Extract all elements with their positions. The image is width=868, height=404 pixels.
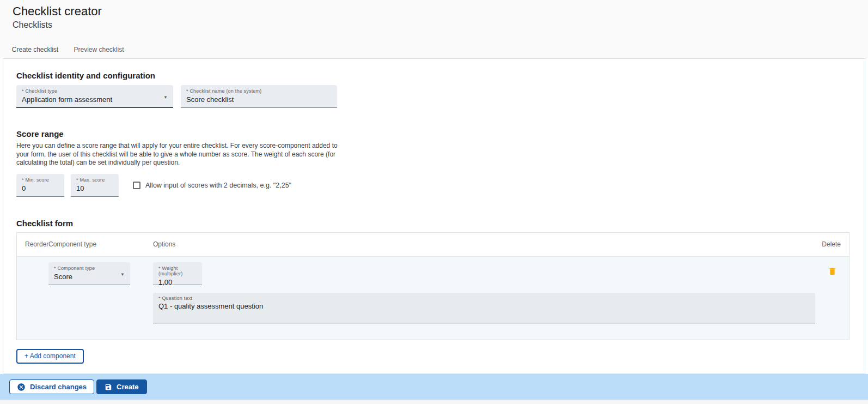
decimals-checkbox-row: Allow input of scores with 2 decimals, e… [133, 182, 291, 189]
page-title: Checklist creator [13, 4, 868, 19]
min-score-label: * Min. score [22, 177, 59, 183]
decimals-checkbox-label: Allow input of scores with 2 decimals, e… [145, 182, 291, 189]
content-panel: Checklist identity and configuration * C… [3, 58, 865, 374]
create-label: Create [117, 383, 138, 391]
identity-section-heading: Checklist identity and configuration [16, 71, 865, 80]
component-type-label: * Component type [54, 266, 125, 271]
component-type-value: Score [54, 273, 125, 281]
question-text-label: * Question text [158, 296, 810, 301]
column-header-component-type: Component type [48, 240, 153, 248]
column-header-delete: Delete [815, 240, 849, 248]
max-score-label: * Max. score [76, 177, 113, 183]
page-header: Checklist creator Checklists [0, 0, 868, 30]
components-table: Reorder Component type Options Delete * … [16, 232, 849, 340]
weight-input[interactable] [158, 278, 197, 286]
tab-create-checklist[interactable]: Create checklist [3, 41, 67, 60]
discard-changes-label: Discard changes [30, 383, 87, 391]
checklist-name-label: * Checklist name (on the system) [186, 88, 332, 94]
score-range-section: Score range Here you can define a score … [16, 129, 865, 197]
delete-component-button[interactable] [827, 266, 838, 279]
question-text-input[interactable]: Q1 - quality assessment question [158, 302, 810, 317]
component-options-cell: * Weight (multiplier) * Question text Q1… [153, 261, 815, 323]
identity-section: Checklist identity and configuration * C… [16, 71, 865, 108]
min-score-input[interactable] [22, 184, 59, 192]
page-bottom-strip [0, 400, 868, 404]
checklist-name-input[interactable] [186, 95, 332, 104]
tab-preview-checklist[interactable]: Preview checklist [67, 41, 131, 60]
column-header-reorder: Reorder [17, 240, 48, 248]
weight-label: * Weight (multiplier) [158, 266, 197, 276]
component-type-select[interactable]: * Component type Score ▼ [48, 262, 130, 285]
component-type-cell: * Component type Score ▼ [48, 261, 153, 323]
score-range-description: Here you can define a score range that w… [16, 142, 338, 167]
tab-bar: Create checklist Preview checklist [0, 41, 868, 60]
column-header-options: Options [153, 240, 815, 248]
min-score-field: * Min. score [16, 174, 64, 197]
discard-changes-button[interactable]: Discard changes [9, 379, 94, 394]
cancel-circle-icon [17, 383, 26, 391]
checklist-name-field: * Checklist name (on the system) [181, 85, 337, 108]
checklist-form-section: Checklist form Reorder Component type Op… [16, 219, 865, 364]
weight-field: * Weight (multiplier) [153, 262, 202, 285]
score-range-fields: * Min. score * Max. score Allow input of… [16, 174, 865, 197]
max-score-input[interactable] [76, 184, 113, 192]
component-row: * Component type Score ▼ * Weight (multi… [17, 257, 849, 340]
decimals-checkbox[interactable] [133, 182, 140, 189]
identity-fields: * Checklist type Application form assess… [16, 85, 865, 108]
page-top: Checklist creator Checklists Create chec… [0, 0, 868, 58]
checklist-form-heading: Checklist form [16, 219, 865, 228]
delete-cell [815, 261, 849, 323]
save-icon [105, 383, 112, 391]
checklist-type-label: * Checklist type [22, 88, 168, 94]
score-range-heading: Score range [16, 129, 865, 138]
question-text-field: * Question text Q1 - quality assessment … [153, 293, 815, 323]
page-subtitle: Checklists [13, 20, 868, 30]
checklist-type-value: Application form assessment [22, 95, 168, 104]
trash-icon [828, 267, 837, 276]
components-table-header: Reorder Component type Options Delete [17, 233, 849, 257]
footer-action-bar: Discard changes Create [0, 374, 868, 400]
max-score-field: * Max. score [71, 174, 119, 197]
checklist-type-select[interactable]: * Checklist type Application form assess… [16, 85, 173, 108]
create-button[interactable]: Create [96, 379, 146, 394]
reorder-cell [17, 261, 48, 323]
add-component-button[interactable]: + Add component [16, 349, 84, 364]
